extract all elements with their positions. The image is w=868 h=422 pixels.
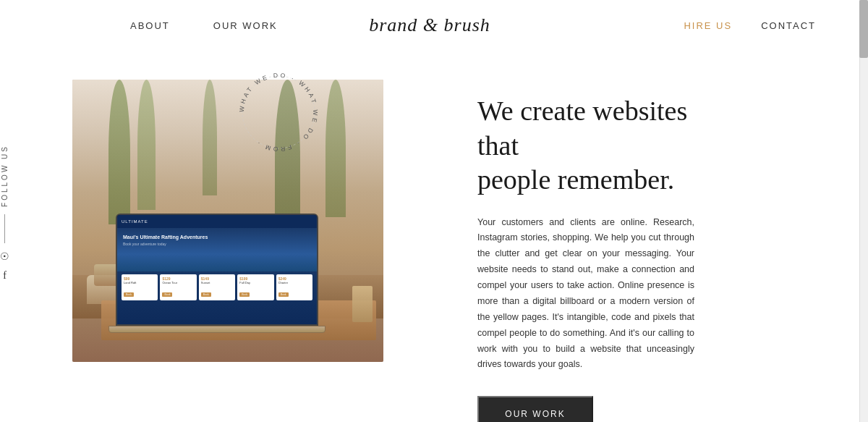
screen-subtitle: Book your adventure today (123, 242, 311, 246)
scrollbar[interactable] (859, 0, 868, 422)
card-btn-3: Book (201, 292, 211, 297)
laptop-base (109, 326, 326, 333)
main-body-text: Your customers and clients are online. R… (477, 215, 694, 374)
nav-hire-us[interactable]: HIRE US (684, 20, 732, 31)
card-btn-4: Book (239, 292, 250, 297)
screen-logo: ULTIMATE (122, 219, 148, 224)
header: ABOUT OUR WORK brand & brush HIRE US CON… (0, 0, 859, 51)
tree-1 (109, 80, 130, 224)
card-1: $99 Land Raft Book (122, 274, 158, 300)
card-2: $129 Ocean Tour Book (160, 274, 196, 300)
card-4: $199 Full Day Book (237, 274, 273, 300)
card-btn-1: Book (124, 292, 134, 297)
card-btn-5: Book (278, 292, 289, 297)
nav-our-work[interactable]: OUR WORK (213, 20, 278, 31)
card-name-5: Charter (278, 281, 310, 285)
left-section: WHAT WE DO · WHAT WE DO · FROM · (0, 51, 420, 422)
card-name-4: Full Day (239, 281, 271, 285)
nav-contact[interactable]: CONTACT (761, 20, 816, 31)
card-name-2: Ocean Tour (162, 281, 194, 285)
card-name-3: Sunset (201, 281, 233, 285)
screen-content: ULTIMATE Maui's Ultimate Rafting Adventu… (117, 215, 317, 324)
scrollbar-thumb[interactable] (859, 0, 868, 58)
main-heading: We create websites that people remember. (477, 94, 709, 198)
tree-2 (137, 80, 156, 210)
right-section: We create websites that people remember.… (420, 51, 859, 422)
laptop-device: ULTIMATE Maui's Ultimate Rafting Adventu… (116, 214, 318, 340)
our-work-button[interactable]: OUR WORK (477, 396, 593, 422)
main-content: WHAT WE DO · WHAT WE DO · FROM · (0, 51, 859, 422)
nav-about[interactable]: ABOUT (130, 20, 170, 31)
circular-text: WHAT WE DO · WHAT WE DO · FROM · (231, 65, 326, 159)
screen-hero: Maui's Ultimate Rafting Adventures Book … (117, 228, 317, 271)
nav-right: HIRE US CONTACT (684, 20, 816, 31)
tree-5 (326, 80, 346, 217)
card-5: $249 Charter Book (276, 274, 312, 300)
brand-logo[interactable]: brand & brush (369, 14, 490, 36)
laptop-image-container: ULTIMATE Maui's Ultimate Rafting Adventu… (72, 80, 383, 362)
screen-cards: $99 Land Raft Book $129 Ocean Tour Book … (117, 271, 317, 303)
svg-text:WHAT WE DO · WHAT WE DO · FROM: WHAT WE DO · WHAT WE DO · FROM · (238, 72, 319, 153)
laptop-screen: ULTIMATE Maui's Ultimate Rafting Adventu… (116, 214, 318, 326)
screen-title: Maui's Ultimate Rafting Adventures (123, 234, 311, 240)
card-btn-2: Book (162, 292, 172, 297)
screen-header: ULTIMATE (117, 215, 317, 228)
decor-box (352, 286, 373, 322)
nav-left: ABOUT OUR WORK (130, 20, 278, 31)
tree-3 (203, 80, 217, 195)
card-3: $149 Sunset Book (199, 274, 235, 300)
card-name-1: Land Raft (124, 281, 156, 285)
